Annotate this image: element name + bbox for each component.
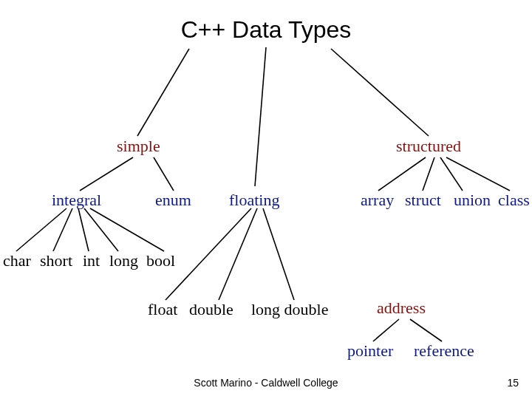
diagram-canvas: C++ Data Types simple structured integra… bbox=[0, 0, 532, 399]
svg-line-2 bbox=[255, 47, 266, 186]
svg-line-14 bbox=[166, 208, 251, 300]
node-floating: floating bbox=[229, 191, 279, 210]
page-title: C++ Data Types bbox=[0, 16, 532, 44]
node-enum: enum bbox=[155, 191, 191, 210]
svg-line-9 bbox=[16, 208, 66, 251]
node-simple: simple bbox=[117, 137, 160, 156]
node-double: double bbox=[189, 300, 233, 319]
svg-line-5 bbox=[378, 157, 426, 191]
svg-line-13 bbox=[90, 208, 164, 251]
node-structured: structured bbox=[396, 137, 461, 156]
node-reference: reference bbox=[414, 341, 474, 361]
svg-line-11 bbox=[78, 208, 89, 251]
node-int: int bbox=[83, 251, 100, 270]
svg-line-1 bbox=[331, 49, 429, 136]
svg-line-4 bbox=[154, 157, 174, 191]
node-short: short bbox=[40, 251, 72, 270]
node-address: address bbox=[377, 299, 426, 318]
svg-line-10 bbox=[53, 208, 72, 251]
page-number: 15 bbox=[507, 377, 519, 389]
svg-line-3 bbox=[80, 157, 133, 191]
svg-line-18 bbox=[410, 319, 442, 341]
node-long-double: long double bbox=[251, 300, 329, 319]
svg-line-16 bbox=[263, 208, 294, 300]
node-long: long bbox=[109, 251, 138, 270]
footer-text: Scott Marino - Caldwell College bbox=[0, 377, 532, 389]
node-integral: integral bbox=[52, 191, 101, 210]
node-char: char bbox=[3, 251, 31, 270]
node-array: array bbox=[361, 191, 394, 210]
node-class: class bbox=[498, 191, 530, 210]
svg-line-7 bbox=[440, 157, 463, 191]
svg-line-12 bbox=[84, 208, 118, 251]
svg-line-15 bbox=[219, 208, 257, 300]
node-union: union bbox=[454, 191, 491, 210]
node-pointer: pointer bbox=[347, 341, 393, 361]
svg-line-8 bbox=[446, 157, 510, 191]
svg-line-17 bbox=[373, 319, 399, 341]
node-struct: struct bbox=[405, 191, 441, 210]
svg-line-6 bbox=[423, 157, 434, 191]
svg-line-0 bbox=[137, 49, 189, 136]
node-float: float bbox=[148, 300, 177, 319]
node-bool: bool bbox=[146, 251, 175, 270]
